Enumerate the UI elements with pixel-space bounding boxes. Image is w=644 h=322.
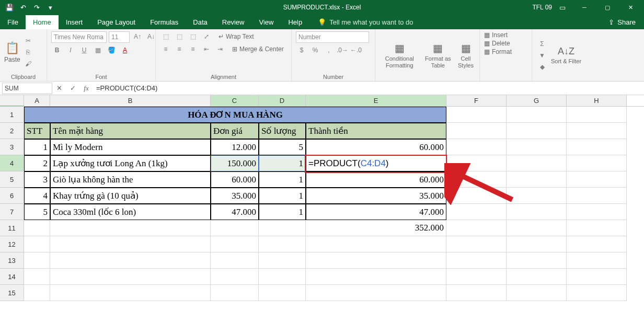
cell[interactable] [211,269,259,285]
cell[interactable] [507,139,567,155]
cell[interactable] [507,236,567,252]
cell-D5[interactable]: 1 [259,171,306,188]
cell[interactable] [24,220,50,236]
cell[interactable] [446,107,507,123]
cell-B3[interactable]: Mì ly Modern [50,139,211,155]
cell[interactable] [507,123,567,139]
cut-icon[interactable]: ✂ [22,36,34,46]
cell[interactable] [24,252,50,269]
tab-file[interactable]: File [0,15,26,29]
cell-C5[interactable]: 60.000 [211,171,259,188]
cell-A4[interactable]: 2 [24,155,50,171]
italic-icon[interactable]: I [65,45,76,55]
cell[interactable] [567,139,627,155]
cell[interactable] [50,236,211,252]
undo-icon[interactable]: ↶ [17,1,29,14]
redo-icon[interactable]: ↷ [30,1,43,14]
cell-B7[interactable]: Coca 330ml (lốc 6 lon) [50,204,211,220]
row-header-4[interactable]: 4 [0,155,24,171]
save-icon[interactable]: 💾 [3,1,16,14]
row-header-2[interactable]: 2 [0,123,24,139]
header-gia[interactable]: Đơn giá [211,123,259,139]
underline-icon[interactable]: U [78,45,90,55]
tab-formulas[interactable]: Formulas [143,15,186,29]
cell[interactable] [567,252,627,269]
cell-C3[interactable]: 12.000 [211,139,259,155]
cell[interactable] [211,220,259,236]
align-middle-icon[interactable]: ⬚ [174,31,185,42]
col-header-E[interactable]: E [306,95,446,106]
header-sl[interactable]: Số lượng [259,123,306,139]
spreadsheet-grid[interactable]: A B C D E F G H 1 HÓA ĐƠN MUA HÀNG 2 STT… [0,95,644,301]
cell-E7[interactable]: 47.000 [306,204,446,220]
format-as-table-button[interactable]: ▦ Format as Table [424,42,452,68]
cell-A6[interactable]: 4 [24,188,50,204]
tab-home[interactable]: Home [26,15,59,29]
cell[interactable] [24,285,50,301]
row-header-13[interactable]: 13 [0,252,24,269]
cell[interactable] [567,236,627,252]
name-box[interactable] [2,83,52,94]
increase-font-icon[interactable]: A↑ [132,31,143,42]
cell-E5[interactable]: 60.000 [306,171,446,188]
align-left-icon[interactable]: ≡ [160,44,171,54]
cell[interactable] [507,269,567,285]
col-header-G[interactable]: G [507,95,567,106]
border-icon[interactable]: ▦ [92,45,104,55]
cell[interactable] [259,252,306,269]
row-header-1[interactable]: 1 [0,107,24,123]
align-bottom-icon[interactable]: ⬚ [187,31,199,42]
decrease-font-icon[interactable]: A↓ [145,31,157,42]
decrease-decimal-icon[interactable]: ←.0 [350,45,362,55]
font-color-icon[interactable]: A [119,45,131,55]
share-button[interactable]: ⇪ Share [608,18,644,26]
cell-D4[interactable]: 1 [259,155,306,171]
col-header-H[interactable]: H [567,95,627,106]
col-header-A[interactable]: A [24,95,50,106]
cell-D7[interactable]: 1 [259,204,306,220]
cell[interactable] [50,252,211,269]
cell-E4-formula[interactable]: =PRODUCT(C4:D4) [306,155,446,171]
row-header-6[interactable]: 6 [0,188,24,204]
increase-decimal-icon[interactable]: .0→ [337,45,348,55]
cell[interactable] [567,107,627,123]
increase-indent-icon[interactable]: ⇥ [214,44,226,54]
cell[interactable] [50,285,211,301]
font-size-select[interactable] [109,31,130,43]
cell-B5[interactable]: Giò lụa không hàn the [50,171,211,188]
cell-D6[interactable]: 1 [259,188,306,204]
cell[interactable] [211,236,259,252]
merge-center-button[interactable]: ⊞Merge & Center [232,44,284,54]
cell[interactable] [446,155,507,171]
format-cells-button[interactable]: ▦Format [484,48,512,55]
enter-formula-icon[interactable]: ✓ [66,83,79,94]
cell[interactable] [24,269,50,285]
insert-function-icon[interactable]: fx [79,83,93,94]
cell[interactable] [446,204,507,220]
header-ten[interactable]: Tên mặt hàng [50,123,211,139]
align-center-icon[interactable]: ≡ [174,44,185,54]
tab-view[interactable]: View [251,15,281,29]
row-header-7[interactable]: 7 [0,204,24,220]
cell[interactable] [446,123,507,139]
autosum-icon[interactable]: Σ [536,39,548,49]
row-header-12[interactable]: 12 [0,236,24,252]
cell[interactable] [567,155,627,171]
row-header-11[interactable]: 11 [0,220,24,236]
cell[interactable] [50,269,211,285]
minimize-button[interactable]: ─ [573,0,596,15]
cell[interactable] [507,204,567,220]
cell[interactable] [211,285,259,301]
cell[interactable] [306,285,446,301]
cell[interactable] [446,220,507,236]
cell[interactable] [259,220,306,236]
bold-icon[interactable]: B [51,45,63,55]
cell[interactable] [24,236,50,252]
tell-me-search[interactable]: 💡 Tell me what you want to do [309,18,413,26]
fill-color-icon[interactable]: 🪣 [106,45,117,55]
cell[interactable] [567,220,627,236]
formula-bar[interactable] [93,83,644,94]
clear-icon[interactable]: ◆ [536,62,548,72]
maximize-button[interactable]: ▢ [596,0,619,15]
cell[interactable] [259,285,306,301]
